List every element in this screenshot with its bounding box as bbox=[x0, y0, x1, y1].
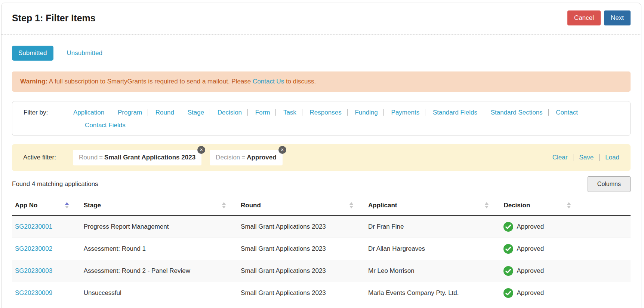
divider bbox=[247, 109, 248, 116]
filter-chip-decision: Decision=Approved ✕ bbox=[210, 150, 282, 165]
chip-value: Small Grant Applications 2023 bbox=[104, 154, 195, 161]
sort-icon[interactable] bbox=[65, 202, 69, 208]
cancel-button[interactable]: Cancel bbox=[567, 10, 601, 25]
decision-label: Approved bbox=[517, 267, 544, 275]
column-header-decision[interactable]: Decision bbox=[500, 196, 631, 216]
filter-items-panel: Step 1: Filter Items Cancel Next Submitt… bbox=[1, 3, 641, 308]
submission-tabs: Submitted Unsubmitted bbox=[12, 46, 631, 61]
table-row: SG20230001 Progress Report Management Sm… bbox=[12, 216, 631, 238]
divider bbox=[110, 109, 110, 116]
divider bbox=[599, 154, 600, 161]
divider bbox=[210, 109, 210, 116]
decision-cell: Approved bbox=[503, 266, 628, 276]
chip-field: Decision bbox=[216, 154, 240, 161]
filter-link-standard-fields[interactable]: Standard Fields bbox=[433, 109, 477, 116]
sort-icon[interactable] bbox=[349, 202, 353, 208]
divider bbox=[347, 109, 348, 116]
app-no-link[interactable]: SG20230001 bbox=[15, 223, 52, 230]
close-icon[interactable]: ✕ bbox=[278, 146, 286, 154]
column-label: Applicant bbox=[368, 202, 397, 209]
active-filter-chips: Round=Small Grant Applications 2023 ✕ De… bbox=[73, 150, 283, 165]
app-no-link[interactable]: SG20230003 bbox=[15, 267, 52, 274]
warning-prefix: Warning: bbox=[20, 78, 47, 85]
cell-applicant: Marla Events Company Pty. Ltd. bbox=[365, 282, 500, 304]
sort-icon[interactable] bbox=[485, 202, 489, 208]
active-filter-label: Active filter: bbox=[23, 154, 73, 161]
filter-link-stage[interactable]: Stage bbox=[188, 109, 204, 116]
filter-link-application[interactable]: Application bbox=[73, 109, 104, 116]
load-filter-link[interactable]: Load bbox=[605, 154, 619, 161]
filter-by-box: Filter by: Application Program Round Sta… bbox=[12, 101, 631, 135]
active-filter-bar: Active filter: Round=Small Grant Applica… bbox=[12, 144, 631, 171]
filter-link-decision[interactable]: Decision bbox=[218, 109, 242, 116]
cell-round: Small Grant Applications 2023 bbox=[238, 238, 365, 260]
contact-us-link[interactable]: Contact Us bbox=[253, 78, 284, 85]
divider bbox=[302, 109, 302, 116]
table-row: SG20230009 Unsuccessful Small Grant Appl… bbox=[12, 282, 631, 304]
divider bbox=[383, 109, 384, 116]
columns-button[interactable]: Columns bbox=[588, 176, 631, 192]
warning-banner: Warning: A full subscription to SmartyGr… bbox=[12, 71, 631, 92]
filter-link-contact[interactable]: Contact bbox=[556, 109, 578, 116]
cell-round: Small Grant Applications 2023 bbox=[238, 216, 365, 238]
filter-link-round[interactable]: Round bbox=[155, 109, 174, 116]
decision-label: Approved bbox=[517, 223, 544, 231]
column-header-app-no[interactable]: App No bbox=[12, 196, 81, 216]
decision-cell: Approved bbox=[503, 222, 628, 232]
decision-label: Approved bbox=[517, 245, 544, 253]
filter-by-links: Application Program Round Stage Decision… bbox=[73, 106, 622, 131]
clear-filter-link[interactable]: Clear bbox=[552, 154, 568, 161]
header-actions: Cancel Next bbox=[567, 10, 631, 25]
cell-stage: Unsuccessful bbox=[81, 282, 238, 304]
close-icon[interactable]: ✕ bbox=[197, 146, 205, 154]
filter-link-contact-fields[interactable]: Contact Fields bbox=[85, 122, 126, 129]
tab-submitted[interactable]: Submitted bbox=[12, 46, 53, 61]
filter-link-funding[interactable]: Funding bbox=[355, 109, 378, 116]
filter-link-program[interactable]: Program bbox=[118, 109, 142, 116]
cell-applicant: Mr Leo Morrison bbox=[365, 260, 500, 282]
filter-link-payments[interactable]: Payments bbox=[391, 109, 420, 116]
tab-unsubmitted[interactable]: Unsubmitted bbox=[67, 49, 102, 57]
column-header-applicant[interactable]: Applicant bbox=[365, 196, 500, 216]
warning-text-after: to discuss. bbox=[286, 78, 316, 85]
filter-link-form[interactable]: Form bbox=[255, 109, 270, 116]
results-summary: Found 4 matching applications bbox=[12, 180, 98, 188]
chip-operator: = bbox=[99, 154, 103, 161]
sort-icon[interactable] bbox=[567, 202, 571, 208]
table-header-row: App No Stage Round Applicant Decision bbox=[12, 196, 631, 216]
cell-stage: Progress Report Management bbox=[81, 216, 238, 238]
sort-icon[interactable] bbox=[222, 202, 226, 208]
save-filter-link[interactable]: Save bbox=[579, 154, 594, 161]
applications-table: App No Stage Round Applicant Decision bbox=[12, 196, 631, 304]
filter-by-label: Filter by: bbox=[24, 106, 73, 131]
cell-stage: Assessment: Round 1 bbox=[81, 238, 238, 260]
filter-chip-round: Round=Small Grant Applications 2023 ✕ bbox=[73, 150, 201, 165]
next-button[interactable]: Next bbox=[604, 10, 631, 25]
decision-cell: Approved bbox=[503, 244, 628, 254]
decision-label: Approved bbox=[517, 289, 544, 297]
results-meta-row: Found 4 matching applications Columns bbox=[12, 176, 631, 192]
table-row: SG20230002 Assessment: Round 1 Small Gra… bbox=[12, 238, 631, 260]
app-no-link[interactable]: SG20230009 bbox=[15, 289, 52, 296]
cell-round: Small Grant Applications 2023 bbox=[238, 260, 365, 282]
panel-content: Submitted Unsubmitted Warning: A full su… bbox=[1, 46, 641, 304]
divider bbox=[275, 109, 276, 116]
filter-link-task[interactable]: Task bbox=[283, 109, 296, 116]
approved-check-icon bbox=[503, 266, 513, 276]
divider bbox=[548, 109, 549, 116]
panel-header: Step 1: Filter Items Cancel Next bbox=[1, 3, 641, 35]
divider bbox=[425, 109, 425, 116]
filter-link-standard-sections[interactable]: Standard Sections bbox=[491, 109, 543, 116]
filter-actions: Clear Save Load bbox=[552, 154, 619, 161]
column-header-stage[interactable]: Stage bbox=[81, 196, 238, 216]
column-header-round[interactable]: Round bbox=[238, 196, 365, 216]
decision-cell: Approved bbox=[503, 288, 628, 298]
cell-stage: Assessment: Round 2 - Panel Review bbox=[81, 260, 238, 282]
chip-field: Round bbox=[79, 154, 98, 161]
divider bbox=[573, 154, 573, 161]
filter-link-responses[interactable]: Responses bbox=[310, 109, 342, 116]
column-label: Round bbox=[241, 202, 261, 209]
approved-check-icon bbox=[503, 222, 513, 232]
column-label: App No bbox=[15, 202, 37, 209]
app-no-link[interactable]: SG20230002 bbox=[15, 245, 52, 252]
